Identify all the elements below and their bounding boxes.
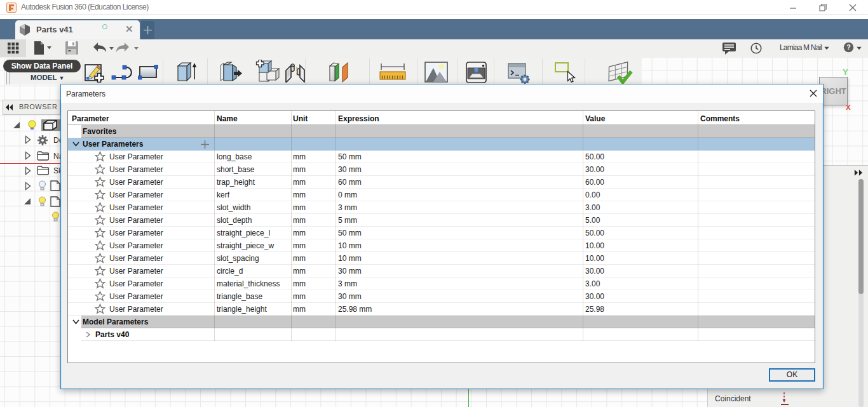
- svg-text:?: ?: [846, 43, 851, 51]
